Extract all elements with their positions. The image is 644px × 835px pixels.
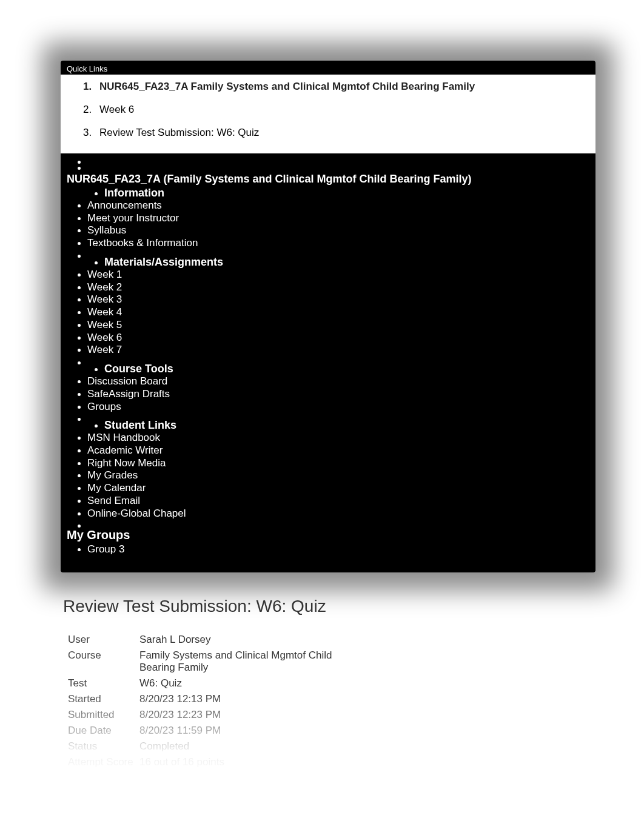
label-attempt-score: Attempt Score [68, 754, 139, 770]
value-due-date: 8/20/23 11:59 PM [139, 723, 376, 739]
nav-week-4[interactable]: Week 4 [87, 306, 595, 319]
row-status: Status Completed [68, 739, 376, 754]
section-heading-student-links: Student Links [104, 419, 595, 432]
row-test: Test W6: Quiz [68, 676, 376, 691]
value-course: Family Systems and Clinical Mgmtof Child… [139, 648, 376, 676]
panel-tail [61, 555, 595, 571]
quick-links-label[interactable]: Quick Links [61, 61, 595, 75]
course-menu-panel: Quick Links NUR645_FA23_7A Family System… [61, 61, 595, 572]
label-due-date: Due Date [68, 723, 139, 739]
nav-spacer [87, 156, 595, 162]
nav-spacer [87, 520, 595, 526]
nav-safeassign-drafts[interactable]: SafeAssign Drafts [87, 388, 595, 401]
row-due-date: Due Date 8/20/23 11:59 PM [68, 723, 376, 739]
row-attempt-score: Attempt Score 16 out of 16 points [68, 754, 376, 770]
nav-week-1[interactable]: Week 1 [87, 269, 595, 281]
section-heading-information: Information [104, 187, 595, 200]
nav-syllabus[interactable]: Syllabus [87, 224, 595, 237]
test-details-table: User Sarah L Dorsey Course Family System… [68, 632, 376, 770]
value-status: Completed [139, 739, 376, 754]
nav-announcements[interactable]: Announcements [87, 200, 595, 212]
nav-textbooks-info[interactable]: Textbooks & Information [87, 237, 595, 250]
page-title: Review Test Submission: W6: Quiz [63, 597, 595, 616]
row-started: Started 8/20/23 12:13 PM [68, 691, 376, 707]
value-submitted: 8/20/23 12:23 PM [139, 707, 376, 723]
course-heading: NUR645_FA23_7A (Family Systems and Clini… [61, 170, 595, 187]
breadcrumb: NUR645_FA23_7A Family Systems and Clinic… [61, 75, 595, 153]
label-test: Test [68, 676, 139, 691]
nav-week-6[interactable]: Week 6 [87, 332, 595, 344]
nav-right-now-media[interactable]: Right Now Media [87, 457, 595, 470]
nav-academic-writer[interactable]: Academic Writer [87, 444, 595, 457]
label-submitted: Submitted [68, 707, 139, 723]
nav-week-5[interactable]: Week 5 [87, 319, 595, 332]
nav-week-3[interactable]: Week 3 [87, 293, 595, 306]
breadcrumb-week[interactable]: Week 6 [95, 101, 595, 124]
nav-week-2[interactable]: Week 2 [87, 281, 595, 294]
breadcrumb-course[interactable]: NUR645_FA23_7A Family Systems and Clinic… [95, 78, 595, 101]
nav-meet-instructor[interactable]: Meet your Instructor [87, 212, 595, 225]
nav-spacer [87, 250, 595, 256]
nav-my-grades[interactable]: My Grades [87, 469, 595, 482]
label-status: Status [68, 739, 139, 754]
value-attempt-score: 16 out of 16 points [139, 754, 376, 770]
nav-spacer [87, 413, 595, 419]
row-user: User Sarah L Dorsey [68, 632, 376, 648]
breadcrumb-current: Review Test Submission: W6: Quiz [95, 124, 595, 147]
nav-spacer [87, 162, 595, 170]
nav-send-email[interactable]: Send Email [87, 495, 595, 508]
test-details-panel: User Sarah L Dorsey Course Family System… [61, 632, 595, 770]
nav-week-7[interactable]: Week 7 [87, 344, 595, 357]
value-started: 8/20/23 12:13 PM [139, 691, 376, 707]
nav-my-calendar[interactable]: My Calendar [87, 482, 595, 495]
value-user: Sarah L Dorsey [139, 632, 376, 648]
nav-msn-handbook[interactable]: MSN Handbook [87, 432, 595, 444]
section-heading-course-tools: Course Tools [104, 363, 595, 375]
section-heading-materials: Materials/Assignments [104, 256, 595, 269]
nav-spacer [87, 357, 595, 363]
row-submitted: Submitted 8/20/23 12:23 PM [68, 707, 376, 723]
nav-groups[interactable]: Groups [87, 401, 595, 414]
label-course: Course [68, 648, 139, 676]
breadcrumb-course-link[interactable]: NUR645_FA23_7A Family Systems and Clinic… [99, 81, 475, 92]
nav-discussion-board[interactable]: Discussion Board [87, 375, 595, 388]
label-started: Started [68, 691, 139, 707]
group-item-group-3[interactable]: Group 3 [87, 543, 595, 555]
label-user: User [68, 632, 139, 648]
nav-online-global-chapel[interactable]: Online-Global Chapel [87, 508, 595, 520]
value-test: W6: Quiz [139, 676, 376, 691]
row-course: Course Family Systems and Clinical Mgmto… [68, 648, 376, 676]
my-groups-heading: My Groups [61, 526, 595, 543]
